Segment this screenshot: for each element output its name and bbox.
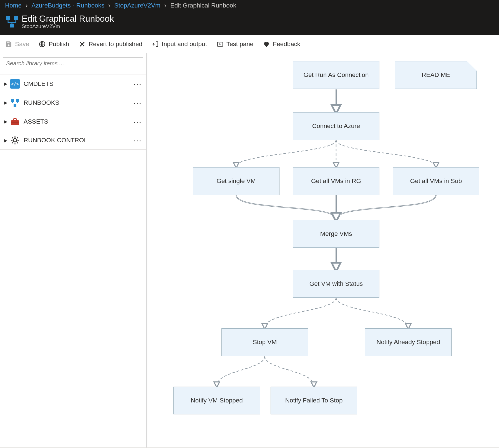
flow-icon bbox=[10, 98, 20, 107]
library-item-label: RUNBOOK CONTROL bbox=[24, 137, 87, 144]
more-icon[interactable]: ··· bbox=[133, 117, 142, 126]
io-icon bbox=[152, 41, 159, 48]
svg-rect-2 bbox=[10, 24, 14, 27]
library-item-label: CMDLETS bbox=[24, 80, 54, 87]
save-icon bbox=[5, 41, 12, 48]
save-button: Save bbox=[5, 41, 29, 48]
library-sidebar: ▸ </> CMDLETS ··· ▸ RUNBOOKS ··· ▸ ASSET… bbox=[0, 53, 147, 447]
svg-rect-9 bbox=[14, 104, 16, 107]
svg-rect-11 bbox=[14, 119, 16, 120]
x-icon bbox=[79, 41, 86, 48]
svg-text:</>: </> bbox=[11, 81, 19, 87]
library-item-assets[interactable]: ▸ ASSETS ··· bbox=[0, 112, 146, 131]
chevron-right-icon: › bbox=[26, 2, 28, 9]
node-stop-vm[interactable]: Stop VM bbox=[221, 328, 308, 356]
gear-icon bbox=[10, 136, 20, 145]
feedback-label: Feedback bbox=[273, 41, 300, 48]
library-item-cmdlets[interactable]: ▸ </> CMDLETS ··· bbox=[0, 74, 146, 93]
svg-line-19 bbox=[17, 142, 18, 143]
heart-icon bbox=[263, 41, 270, 48]
svg-rect-10 bbox=[11, 120, 19, 125]
publish-label: Publish bbox=[49, 41, 69, 48]
chevron-right-icon: ▸ bbox=[4, 118, 7, 125]
svg-rect-7 bbox=[11, 99, 14, 102]
page-header: Edit Graphical Runbook StopAzureV2Vm bbox=[0, 11, 499, 35]
breadcrumb: Home › AzureBudgets - Runbooks › StopAzu… bbox=[0, 0, 499, 11]
breadcrumb-current: Edit Graphical Runbook bbox=[170, 2, 236, 9]
svg-rect-8 bbox=[16, 99, 19, 102]
breadcrumb-home[interactable]: Home bbox=[5, 2, 22, 9]
search-input[interactable] bbox=[3, 57, 143, 69]
page-subtitle: StopAzureV2Vm bbox=[22, 23, 114, 29]
library-item-label: ASSETS bbox=[24, 118, 48, 125]
library-item-label: RUNBOOKS bbox=[24, 99, 59, 106]
toolbar: Save Publish Revert to published Input a… bbox=[0, 35, 499, 53]
save-label: Save bbox=[15, 41, 29, 48]
input-output-button[interactable]: Input and output bbox=[152, 41, 207, 48]
node-connect-to-azure[interactable]: Connect to Azure bbox=[293, 112, 379, 140]
node-get-all-vms-sub[interactable]: Get all VMs in Sub bbox=[393, 167, 479, 195]
revert-button[interactable]: Revert to published bbox=[79, 41, 142, 48]
revert-label: Revert to published bbox=[89, 41, 142, 48]
breadcrumb-runbook[interactable]: StopAzureV2Vm bbox=[114, 2, 160, 9]
globe-icon bbox=[39, 41, 46, 48]
more-icon[interactable]: ··· bbox=[133, 136, 142, 145]
test-icon bbox=[216, 41, 224, 48]
node-get-all-vms-rg[interactable]: Get all VMs in RG bbox=[293, 167, 379, 195]
toolbox-icon bbox=[10, 117, 20, 126]
test-pane-button[interactable]: Test pane bbox=[216, 41, 254, 48]
node-notify-failed-to-stop[interactable]: Notify Failed To Stop bbox=[271, 387, 357, 414]
chevron-right-icon: › bbox=[108, 2, 110, 9]
io-label: Input and output bbox=[162, 41, 207, 48]
node-notify-vm-stopped[interactable]: Notify VM Stopped bbox=[173, 387, 260, 414]
node-merge-vms[interactable]: Merge VMs bbox=[293, 220, 379, 248]
node-get-vm-status[interactable]: Get VM with Status bbox=[293, 270, 379, 298]
library-item-runbooks[interactable]: ▸ RUNBOOKS ··· bbox=[0, 93, 146, 112]
more-icon[interactable]: ··· bbox=[133, 98, 142, 107]
svg-rect-0 bbox=[6, 16, 10, 20]
chevron-right-icon: ▸ bbox=[4, 80, 7, 87]
svg-rect-12 bbox=[11, 122, 19, 122]
chevron-right-icon: ▸ bbox=[4, 137, 7, 144]
svg-line-21 bbox=[12, 142, 13, 143]
node-read-me[interactable]: READ ME bbox=[395, 61, 477, 89]
test-label: Test pane bbox=[226, 41, 254, 48]
runbook-icon bbox=[5, 15, 19, 29]
chevron-right-icon: ▸ bbox=[4, 99, 7, 106]
node-get-single-vm[interactable]: Get single VM bbox=[193, 167, 279, 195]
svg-point-13 bbox=[13, 139, 17, 142]
chevron-right-icon: › bbox=[164, 2, 167, 9]
main-layout: ▸ </> CMDLETS ··· ▸ RUNBOOKS ··· ▸ ASSET… bbox=[0, 53, 499, 448]
more-icon[interactable]: ··· bbox=[133, 79, 142, 89]
node-get-run-as-connection[interactable]: Get Run As Connection bbox=[293, 61, 379, 89]
library-item-runbook-control[interactable]: ▸ RUNBOOK CONTROL ··· bbox=[0, 131, 146, 150]
node-notify-already-stopped[interactable]: Notify Already Stopped bbox=[365, 328, 452, 356]
svg-rect-1 bbox=[14, 16, 18, 20]
code-icon: </> bbox=[10, 79, 20, 89]
svg-line-18 bbox=[12, 137, 13, 138]
page-title: Edit Graphical Runbook bbox=[22, 14, 114, 24]
feedback-button[interactable]: Feedback bbox=[263, 41, 300, 48]
breadcrumb-account[interactable]: AzureBudgets - Runbooks bbox=[32, 2, 105, 9]
publish-button[interactable]: Publish bbox=[39, 41, 69, 48]
graphical-canvas[interactable]: Get Run As Connection READ ME Connect to… bbox=[147, 53, 499, 447]
svg-line-20 bbox=[17, 137, 18, 138]
